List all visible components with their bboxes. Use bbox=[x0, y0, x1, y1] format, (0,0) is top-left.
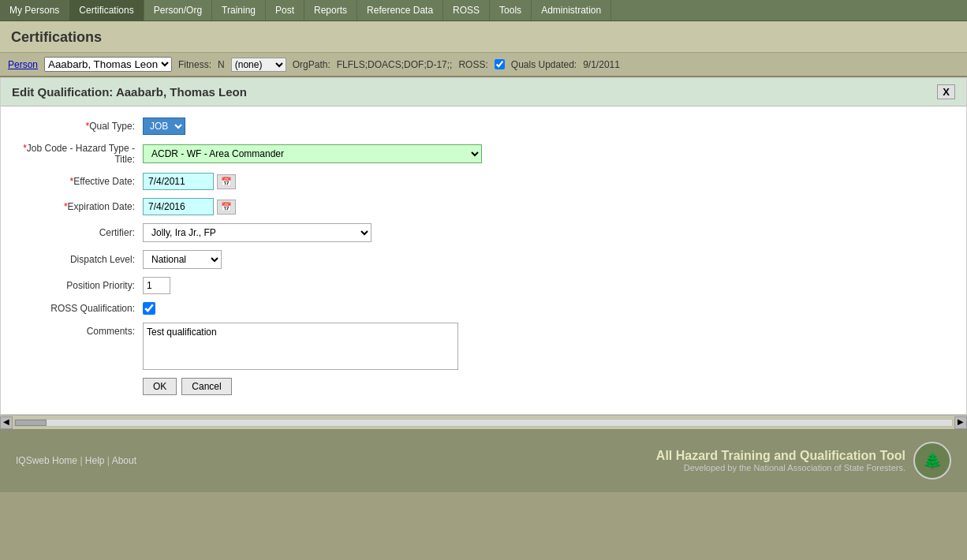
qual-type-row: *Qual Type: JOB bbox=[17, 118, 950, 135]
ross-label: ROSS: bbox=[458, 59, 487, 70]
comments-textarea[interactable] bbox=[143, 323, 458, 370]
nav-training[interactable]: Training bbox=[212, 0, 266, 21]
certifier-select[interactable]: Jolly, Ira Jr., FP bbox=[143, 223, 371, 242]
footer-logo: 🌲 bbox=[913, 442, 951, 480]
expiration-date-row: *Expiration Date: 📅 bbox=[17, 198, 950, 215]
certifications-heading: Certifications bbox=[0, 21, 967, 52]
position-priority-input[interactable] bbox=[143, 277, 170, 294]
person-link[interactable]: Person bbox=[8, 59, 38, 70]
horizontal-scrollbar[interactable]: ◀ ▶ bbox=[0, 415, 967, 429]
scroll-right-button[interactable]: ▶ bbox=[954, 416, 967, 429]
action-buttons-row: OK Cancel bbox=[143, 378, 950, 395]
qual-type-select[interactable]: JOB bbox=[143, 118, 185, 135]
edit-qual-header: Edit Qualification: Aaabarb, Thomas Leon… bbox=[1, 78, 966, 106]
scroll-thumb[interactable] bbox=[15, 420, 47, 426]
orgpath-label: OrgPath: bbox=[293, 59, 330, 70]
nav-person-org[interactable]: Person/Org bbox=[144, 0, 212, 21]
effective-date-input[interactable] bbox=[143, 173, 214, 190]
fitness-label: Fitness: bbox=[178, 59, 211, 70]
expiration-date-label: *Expiration Date: bbox=[17, 201, 143, 212]
nav-reports[interactable]: Reports bbox=[304, 0, 357, 21]
footer-brand: All Hazard Training and Qualification To… bbox=[656, 442, 951, 480]
quals-updated-label: Quals Updated: bbox=[511, 59, 577, 70]
effective-date-row: *Effective Date: 📅 bbox=[17, 173, 950, 190]
dispatch-level-row: Dispatch Level: National Local State Reg… bbox=[17, 250, 950, 269]
footer-brand-subtitle: Developed by the National Association of… bbox=[656, 463, 905, 472]
ok-button[interactable]: OK bbox=[143, 378, 177, 395]
scroll-track[interactable] bbox=[14, 419, 953, 427]
dispatch-level-label: Dispatch Level: bbox=[17, 254, 143, 265]
ross-checkbox[interactable] bbox=[495, 59, 505, 69]
close-button[interactable]: X bbox=[937, 84, 955, 99]
fitness-dropdown[interactable]: (none) bbox=[231, 58, 286, 72]
position-priority-row: Position Priority: bbox=[17, 277, 950, 294]
main-content: Certifications Person Aaabarb, Thomas Le… bbox=[0, 21, 967, 429]
scroll-left-button[interactable]: ◀ bbox=[0, 416, 13, 429]
qual-type-label: *Qual Type: bbox=[17, 121, 143, 132]
footer-brand-title: All Hazard Training and Qualification To… bbox=[656, 449, 905, 463]
edit-qual-title: Edit Qualification: Aaabarb, Thomas Leon bbox=[12, 85, 247, 99]
certifier-row: Certifier: Jolly, Ira Jr., FP bbox=[17, 223, 950, 242]
person-bar: Person Aaabarb, Thomas Leon Fitness: N (… bbox=[0, 52, 967, 77]
edit-qualification-panel: Edit Qualification: Aaabarb, Thomas Leon… bbox=[0, 77, 967, 415]
orgpath-value: FLFLS;DOACS;DOF;D-17;; bbox=[337, 59, 453, 70]
nav-post[interactable]: Post bbox=[266, 0, 304, 21]
quals-updated-value: 9/1/2011 bbox=[583, 59, 620, 70]
comments-row: Comments: bbox=[17, 323, 950, 370]
job-code-select[interactable]: ACDR - WF - Area Commander bbox=[143, 144, 482, 163]
fitness-value: N bbox=[218, 59, 225, 70]
nav-tools[interactable]: Tools bbox=[490, 0, 532, 21]
nav-reference-data[interactable]: Reference Data bbox=[357, 0, 443, 21]
nav-my-persons[interactable]: My Persons bbox=[0, 0, 69, 21]
job-code-row: *Job Code - Hazard Type - Title: ACDR - … bbox=[17, 143, 950, 165]
footer: IQSweb Home | Help | About All Hazard Tr… bbox=[0, 429, 967, 492]
job-code-label: *Job Code - Hazard Type - Title: bbox=[17, 143, 143, 165]
expiration-date-input[interactable] bbox=[143, 198, 214, 215]
nav-ross[interactable]: ROSS bbox=[443, 0, 490, 21]
certifier-label: Certifier: bbox=[17, 227, 143, 238]
person-name-select[interactable]: Aaabarb, Thomas Leon bbox=[44, 57, 172, 72]
effective-date-label: *Effective Date: bbox=[17, 176, 143, 187]
expiration-date-calendar-button[interactable]: 📅 bbox=[217, 200, 236, 215]
navbar: My Persons Certifications Person/Org Tra… bbox=[0, 0, 967, 21]
ross-qual-row: ROSS Qualification: bbox=[17, 302, 950, 315]
ross-qualification-checkbox[interactable] bbox=[143, 302, 155, 315]
nav-certifications[interactable]: Certifications bbox=[69, 0, 144, 21]
effective-date-calendar-button[interactable]: 📅 bbox=[217, 174, 236, 189]
nav-administration[interactable]: Administration bbox=[532, 0, 611, 21]
cancel-button[interactable]: Cancel bbox=[181, 378, 231, 395]
ross-qual-label: ROSS Qualification: bbox=[17, 303, 143, 314]
help-link[interactable]: Help bbox=[85, 455, 105, 466]
footer-links: IQSweb Home | Help | About bbox=[16, 455, 136, 466]
edit-qual-body: *Qual Type: JOB *Job Code - Hazard Type … bbox=[1, 106, 966, 414]
about-link[interactable]: About bbox=[112, 455, 136, 466]
position-priority-label: Position Priority: bbox=[17, 280, 143, 291]
footer-brand-text: All Hazard Training and Qualification To… bbox=[656, 449, 905, 472]
dispatch-level-select[interactable]: National Local State Regional bbox=[143, 250, 222, 269]
comments-label: Comments: bbox=[17, 323, 143, 337]
iqsweb-home-link[interactable]: IQSweb Home bbox=[16, 455, 77, 466]
